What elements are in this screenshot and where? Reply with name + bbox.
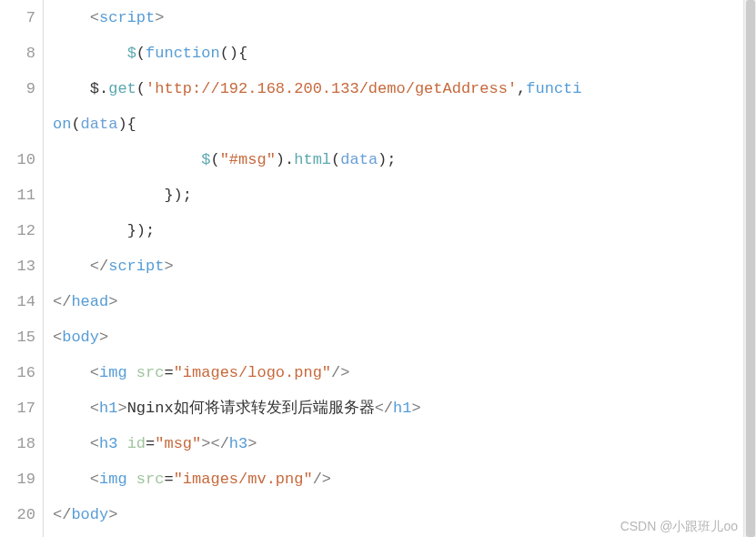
token-var: data — [340, 151, 378, 168]
token-br: }); — [164, 187, 192, 204]
token-punc: > — [411, 400, 420, 417]
line-number-continuation — [0, 106, 35, 142]
token-kw: function — [146, 45, 220, 62]
token-punc: > — [108, 293, 117, 310]
token-punc: </ — [90, 258, 108, 275]
line-number: 15 — [0, 319, 35, 355]
code-line[interactable]: }); — [53, 177, 756, 213]
token-punc: </ — [53, 293, 71, 310]
code-line[interactable]: <h1>Nginx如何将请求转发到后端服务器</h1> — [53, 390, 756, 426]
token-tag: h1 — [99, 400, 117, 417]
token-txt: = — [146, 435, 155, 452]
code-editor: 789101112131415161718192021 <script> $(f… — [0, 0, 756, 537]
token-tag: h3 — [229, 435, 247, 452]
line-number: 21 — [0, 532, 35, 537]
token-tag: script — [108, 258, 164, 275]
token-txt: , — [517, 80, 526, 97]
token-br: (){ — [220, 45, 248, 62]
token-punc: </ — [53, 506, 71, 523]
line-number: 18 — [0, 426, 35, 461]
token-punc: > — [99, 329, 108, 346]
token-str: "images/logo.png" — [174, 364, 331, 381]
token-txt — [127, 364, 136, 381]
token-punc: < — [90, 435, 99, 452]
token-tag: body — [62, 329, 99, 346]
code-line-continuation[interactable]: on(data){ — [53, 106, 756, 142]
code-line[interactable]: </head> — [53, 284, 756, 319]
code-line[interactable]: </body> — [53, 497, 756, 532]
line-number: 16 — [0, 355, 35, 390]
token-txt: = — [164, 471, 173, 488]
token-br: ( — [136, 80, 146, 97]
line-number: 14 — [0, 284, 35, 319]
token-str: "msg" — [155, 435, 201, 452]
token-fn: get — [108, 80, 136, 97]
code-line[interactable]: </script> — [53, 248, 756, 284]
token-kw: on — [53, 116, 71, 133]
token-tag: head — [71, 293, 108, 310]
token-tag: img — [99, 471, 127, 488]
line-number: 7 — [0, 0, 35, 35]
token-punc: ></ — [201, 435, 229, 452]
code-line[interactable]: <h3 id="msg"></h3> — [53, 426, 756, 461]
token-fn: html — [294, 151, 331, 168]
line-number: 10 — [0, 142, 35, 177]
token-kw: functi — [526, 80, 581, 97]
token-br: ( — [331, 151, 340, 168]
token-br: ( — [136, 45, 146, 62]
token-fn: $ — [201, 151, 210, 168]
token-var: data — [81, 116, 118, 133]
code-area[interactable]: <script> $(function(){ $.get('http://192… — [44, 0, 756, 537]
token-br: ( — [71, 116, 80, 133]
vertical-scrollbar[interactable] — [743, 0, 756, 537]
code-line[interactable]: $.get('http://192.168.200.133/demo/getAd… — [53, 71, 756, 106]
code-line[interactable]: <img src="images/mv.png"/> — [53, 461, 756, 497]
code-line[interactable]: }); — [53, 213, 756, 248]
token-tag: body — [71, 506, 108, 523]
line-number-gutter: 789101112131415161718192021 — [0, 0, 44, 537]
token-txt — [127, 471, 136, 488]
line-number: 19 — [0, 461, 35, 497]
line-number: 17 — [0, 390, 35, 426]
code-line[interactable]: $(function(){ — [53, 35, 756, 71]
token-attr: src — [136, 364, 165, 381]
token-txt: Nginx如何将请求转发到后端服务器 — [127, 400, 375, 417]
token-fn: $ — [127, 45, 136, 62]
scrollbar-thumb[interactable] — [746, 0, 755, 537]
token-txt — [117, 435, 126, 452]
token-punc: </ — [375, 400, 393, 417]
token-punc: /> — [313, 471, 331, 488]
token-br: ); — [378, 151, 396, 168]
code-line[interactable]: <img src="images/logo.png"/> — [53, 355, 756, 390]
token-tag: h3 — [99, 435, 117, 452]
code-line[interactable]: </html> — [53, 532, 756, 537]
token-attr: id — [127, 435, 146, 452]
token-punc: /> — [331, 364, 349, 381]
line-number: 13 — [0, 248, 35, 284]
token-punc: > — [164, 258, 173, 275]
token-tag: h1 — [393, 400, 411, 417]
token-txt: $. — [90, 80, 108, 97]
token-punc: > — [247, 435, 257, 452]
token-br: }); — [127, 222, 156, 239]
line-number: 9 — [0, 71, 35, 106]
token-punc: < — [90, 471, 99, 488]
line-number: 8 — [0, 35, 35, 71]
token-punc: < — [53, 329, 62, 346]
token-punc: > — [108, 506, 117, 523]
token-punc: < — [90, 9, 99, 26]
token-br: ){ — [117, 116, 136, 133]
code-line[interactable]: $("#msg").html(data); — [53, 142, 756, 177]
code-line[interactable]: <body> — [53, 319, 756, 355]
line-number: 11 — [0, 177, 35, 213]
token-punc: > — [117, 400, 126, 417]
token-str: "images/mv.png" — [174, 471, 313, 488]
token-txt: = — [164, 364, 173, 381]
code-line[interactable]: <script> — [53, 0, 756, 35]
line-number: 20 — [0, 497, 35, 532]
token-tag: script — [99, 9, 155, 26]
token-br: ). — [276, 151, 294, 168]
token-str: 'http://192.168.200.133/demo/getAddress' — [146, 80, 517, 97]
token-punc: < — [90, 400, 99, 417]
line-number: 12 — [0, 213, 35, 248]
